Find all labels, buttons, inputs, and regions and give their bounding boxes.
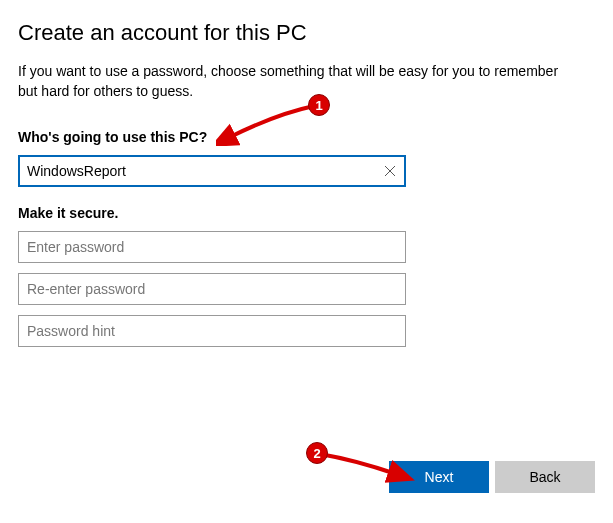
- back-button[interactable]: Back: [495, 461, 595, 493]
- annotation-badge-2: 2: [306, 442, 328, 464]
- clear-icon[interactable]: [380, 161, 400, 181]
- password-hint-input[interactable]: [18, 315, 406, 347]
- password-input[interactable]: [18, 231, 406, 263]
- page-title: Create an account for this PC: [18, 20, 595, 46]
- next-button[interactable]: Next: [389, 461, 489, 493]
- reenter-password-input[interactable]: [18, 273, 406, 305]
- secure-section-label: Make it secure.: [18, 205, 595, 221]
- username-section-label: Who's going to use this PC?: [18, 129, 595, 145]
- username-input[interactable]: [18, 155, 406, 187]
- page-description: If you want to use a password, choose so…: [18, 62, 578, 101]
